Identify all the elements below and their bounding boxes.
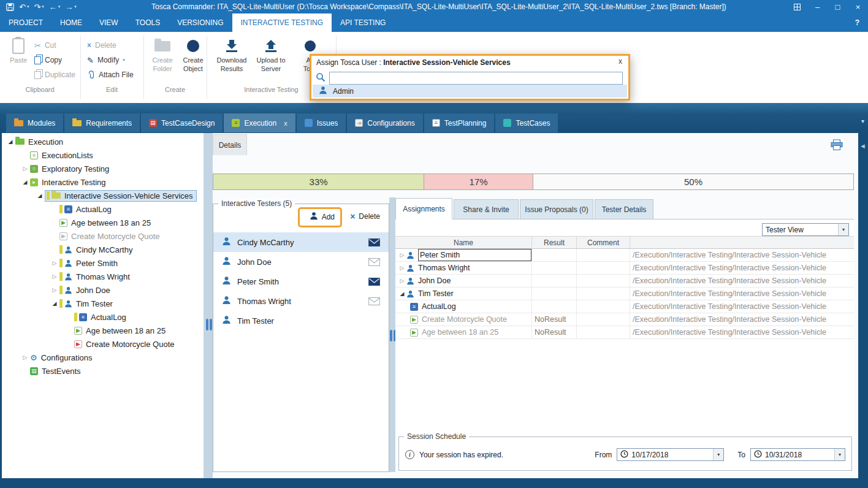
focused-cell[interactable]: Peter Smith <box>418 249 531 261</box>
table-row-tim-tester[interactable]: ◢ Tim Tester /Execution/Interactive Test… <box>395 288 854 300</box>
navigate-back-button[interactable]: ←▾ <box>47 0 63 13</box>
row-comment[interactable] <box>577 249 630 261</box>
popup-close-button[interactable]: x <box>619 57 622 66</box>
close-button[interactable]: × <box>848 0 868 13</box>
column-header-comment[interactable]: Comment <box>577 237 630 248</box>
tree-item-executionlists[interactable]: ≡ ExecutionLists <box>2 148 204 162</box>
tree-item-john-doe[interactable]: ▷ John Doe <box>2 283 204 297</box>
dropdown-arrow-icon[interactable]: ▼ <box>713 449 723 460</box>
collapse-panel-arrow-icon[interactable]: ◄ <box>859 142 866 150</box>
workspace-tab-requirements[interactable]: Requirements <box>64 113 140 132</box>
row-comment[interactable] <box>577 288 630 300</box>
to-date-picker[interactable]: 10/31/2018 ▼ <box>750 448 845 461</box>
dropdown-arrow-icon[interactable]: ▼ <box>838 224 848 235</box>
chevron-down-icon[interactable]: ▾ <box>27 4 29 9</box>
close-tab-icon[interactable]: x <box>284 120 287 127</box>
workspace-tab-issues[interactable]: Issues <box>297 113 346 132</box>
row-result[interactable] <box>532 262 577 274</box>
table-row-thomas-wright[interactable]: ▷ Thomas Wright /Execution/Interactive T… <box>395 262 854 275</box>
tab-share-invite[interactable]: Share & Invite <box>454 199 519 219</box>
ribbon-tab-home[interactable]: HOME <box>51 13 91 32</box>
table-row-create-motorcycle-quote[interactable]: ▶ Create Motorcycle Quote NoResult /Exec… <box>395 313 854 326</box>
envelope-outline-icon[interactable] <box>368 258 380 266</box>
cut-button[interactable]: ✂ Cut <box>34 39 56 51</box>
tree-collapsed-icon[interactable]: ▷ <box>398 278 406 284</box>
row-result[interactable] <box>532 300 577 313</box>
modify-button[interactable]: ✎ Modify ▾ <box>87 54 125 66</box>
add-tester-button[interactable]: Add <box>310 212 335 222</box>
tree-collapsed-icon[interactable]: ▷ <box>50 260 59 266</box>
tab-details[interactable]: Details <box>213 134 247 155</box>
tree-item-tim-tester[interactable]: ◢ Tim Tester <box>2 297 204 310</box>
ribbon-tab-versioning[interactable]: VERSIONING <box>169 13 232 32</box>
selected-tree-item[interactable]: Interactive Session-Vehicle Services <box>45 190 197 202</box>
workspace-tab-modules[interactable]: Modules <box>6 113 63 132</box>
delete-button[interactable]: × Delete <box>87 39 116 51</box>
ribbon-tab-project[interactable]: PROJECT <box>0 13 51 32</box>
row-comment[interactable] <box>577 300 630 313</box>
duplicate-button[interactable]: Duplicate <box>34 69 75 81</box>
tree-item-age-between[interactable]: ▶ Age between 18 an 25 <box>2 216 204 229</box>
workspace-tab-configurations[interactable]: -o Configurations <box>347 113 422 132</box>
tester-row-tim[interactable]: Tim Tester <box>213 311 389 330</box>
row-comment[interactable] <box>577 262 630 274</box>
tab-issue-proposals[interactable]: Issue Proposals (0) <box>520 199 593 219</box>
tree-expanded-icon[interactable]: ◢ <box>20 179 30 185</box>
ribbon-tab-tools[interactable]: TOOLS <box>127 13 169 32</box>
layout-grid-icon[interactable] <box>787 0 807 13</box>
row-comment[interactable] <box>577 313 630 326</box>
table-row-peter-smith[interactable]: ▷ Peter Smith /Execution/Interactive Tes… <box>395 249 854 262</box>
tree-item-execution[interactable]: ◢ Execution <box>2 135 204 148</box>
chevron-down-icon[interactable]: ▾ <box>58 4 61 9</box>
row-result[interactable]: NoResult <box>532 326 577 338</box>
tree-item-testevents[interactable]: ▤ TestEvents <box>2 364 204 378</box>
column-header-result[interactable]: Result <box>532 237 577 248</box>
copy-button[interactable]: Copy <box>34 54 62 66</box>
dropdown-arrow-icon[interactable]: ▼ <box>834 449 845 460</box>
row-result[interactable] <box>532 288 577 300</box>
row-comment[interactable] <box>577 326 630 338</box>
tester-view-select[interactable]: Tester View ▼ <box>762 223 849 236</box>
table-row-actuallog[interactable]: ≡ ActualLog /Execution/Interactive Testi… <box>395 300 854 313</box>
tree-item-thomas-wright[interactable]: ▷ Thomas Wright <box>2 270 204 283</box>
save-icon[interactable] <box>4 0 17 13</box>
tree-item-actuallog[interactable]: ≡ ActualLog <box>2 202 204 216</box>
row-comment[interactable] <box>577 275 630 287</box>
column-header-path[interactable] <box>630 237 854 248</box>
workspace-tab-execution[interactable]: ≡ Execution x <box>224 113 295 132</box>
ribbon-tab-view[interactable]: VIEW <box>91 13 127 32</box>
tree-item-exploratory-testing[interactable]: ▷ ○ Exploratory Testing <box>2 162 204 175</box>
tab-tester-details[interactable]: Tester Details <box>595 199 653 219</box>
column-header-name[interactable]: Name <box>395 237 532 248</box>
maximize-button[interactable]: □ <box>828 0 848 13</box>
row-result[interactable]: NoResult <box>532 313 577 326</box>
chevron-down-icon[interactable]: ▾ <box>123 58 125 63</box>
tree-expanded-icon[interactable]: ◢ <box>398 291 406 297</box>
table-row-age-between[interactable]: ▶ Age between 18 an 25 NoResult /Executi… <box>395 326 854 339</box>
tree-item-interactive-session[interactable]: ◢ Interactive Session-Vehicle Services <box>2 189 204 202</box>
tree-expanded-icon[interactable]: ◢ <box>50 300 59 307</box>
splitter-grip[interactable] <box>205 319 213 330</box>
paste-button[interactable]: Paste <box>6 36 31 65</box>
upload-to-server-button[interactable]: Upload to Server <box>254 36 288 74</box>
ribbon-tab-api-testing[interactable]: API TESTING <box>332 13 394 32</box>
ribbon-tab-interactive-testing[interactable]: INTERACTIVE TESTING <box>232 13 332 32</box>
envelope-filled-icon[interactable] <box>368 278 380 286</box>
row-result[interactable] <box>532 275 577 287</box>
tester-row-cindy[interactable]: Cindy McCarthy <box>213 232 389 252</box>
print-icon[interactable] <box>831 139 843 153</box>
tree-expanded-icon[interactable]: ◢ <box>6 139 15 145</box>
tab-overflow-caret-icon[interactable]: ▾ <box>861 118 864 124</box>
tester-row-peter[interactable]: Peter Smith <box>213 272 389 291</box>
download-results-button[interactable]: Download Results <box>215 36 249 74</box>
tree-item-create-motorcycle-quote-tim[interactable]: ▶ Create Motorcycle Quote <box>2 337 204 351</box>
tester-row-john[interactable]: John Doe <box>213 252 389 272</box>
tree-collapsed-icon[interactable]: ▷ <box>20 354 30 360</box>
row-result[interactable] <box>532 249 577 261</box>
tree-item-age-between-tim[interactable]: ▶ Age between 18 an 25 <box>2 324 204 337</box>
workspace-tab-testplanning[interactable]: ≡ TestPlanning <box>424 113 495 132</box>
user-search-input[interactable] <box>329 72 623 85</box>
undo-button[interactable]: ↶▾ <box>17 0 31 13</box>
workspace-tab-testcases[interactable]: TestCases <box>495 113 558 132</box>
tree-item-interactive-testing[interactable]: ◢ ▸ Interactive Testing <box>2 175 204 189</box>
